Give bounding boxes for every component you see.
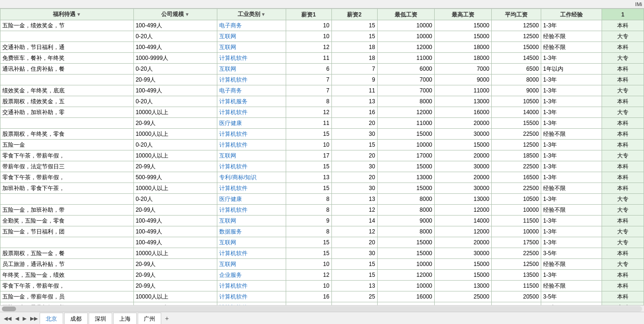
cell-salary1: 8 [286, 96, 331, 107]
tab-bar: ◀◀ ◀ ▶ ▶▶ 北京成都深圳上海广州 + [0, 312, 644, 324]
col-header-minSalary: 最低工资 [377, 9, 434, 20]
cell-salary2: 13 [331, 96, 377, 107]
table-row[interactable]: 五险一金，节日福利，团100-499人数据服务81280001200010000… [0, 226, 644, 237]
col-header-extra: 1 [602, 9, 644, 20]
cell-minSalary: 7000 [377, 75, 434, 85]
cell-maxSalary: 19000 [434, 302, 491, 306]
table-row[interactable]: 五险一金，带薪年假，员10000人以上计算机软件1625160002500020… [0, 291, 644, 302]
tab-add-button[interactable]: + [162, 313, 172, 324]
cell-avgSalary: 8000 [491, 75, 541, 85]
cell-salary1: 15 [286, 302, 331, 306]
cell-salary1: 12 [286, 107, 331, 118]
cell-extra: 本科 [602, 118, 644, 129]
cell-extra: 本科 [602, 183, 644, 194]
cell-salary1: 17 [286, 150, 331, 161]
table-row[interactable]: 五险一金，绩效奖金，节100-499人电子商务10151000015000125… [0, 20, 644, 31]
table-row[interactable]: 加班补助，零食下午茶，10000人以上计算机软件1530150003000022… [0, 183, 644, 194]
table-row[interactable]: 通讯补贴，住房补贴，餐0-20人互联网676000700065001年以内本科 [0, 64, 644, 75]
table-row[interactable]: 免费班车，餐补，年终奖1000-9999人计算机软件11181100018000… [0, 53, 644, 64]
table-row[interactable]: 股票期权，绩效奖金，五0-20人计算机服务813800013000105001-… [0, 96, 644, 107]
table-row[interactable]: 0-20人医疗健康813800013000105001-3年大专 [0, 194, 644, 205]
cell-fuliDaiyu: 股票期权，五险一金，餐 [0, 248, 134, 259]
filter-arrow-fuliDaiyu[interactable]: ▼ [76, 10, 81, 19]
cell-fuliDaiyu: 交通补助，节日福利，通 [0, 42, 134, 53]
cell-fuliDaiyu: 五险一金 [0, 140, 134, 150]
table-row[interactable]: 0-20人互联网1015100001500012500经验不限大专 [0, 31, 644, 42]
table-row[interactable]: 五险一金0-20人计算机软件10151000015000125001-3年本科 [0, 140, 644, 150]
cell-experience: 经验不限 [541, 205, 602, 216]
tab-nav-next[interactable]: ▶ [21, 313, 28, 324]
filter-arrow-companySize[interactable]: ▼ [185, 10, 190, 19]
table-row[interactable]: 100-499人互联网15201500020000175001-3年大专 [0, 237, 644, 248]
cell-minSalary: 8000 [377, 226, 434, 237]
tab-nav-prev[interactable]: ◀ [13, 313, 21, 324]
table-row[interactable]: 全勤奖，五险一金，零食100-499人互联网914900014000115001… [0, 216, 644, 226]
tab-广州[interactable]: 广州 [138, 313, 161, 324]
cell-maxSalary: 12000 [434, 205, 491, 216]
table-row[interactable]: 绩效奖金，年终奖，底底100-499人电子商务71170001100090001… [0, 85, 644, 96]
cell-minSalary: 10000 [377, 281, 434, 291]
cell-salary2: 15 [331, 31, 377, 42]
cell-experience: 1-3年 [541, 172, 602, 183]
table-row[interactable]: 带薪年假，法定节假日三20-99人计算机软件153015000300002250… [0, 161, 644, 172]
cell-extra: 本科 [602, 248, 644, 259]
cell-minSalary: 8000 [377, 194, 434, 205]
table-row[interactable]: 员工旅游，通讯补贴，节20-99人互联网1015100001500012500经… [0, 259, 644, 270]
cell-salary2: 18 [331, 53, 377, 64]
tab-深圳[interactable]: 深圳 [89, 313, 112, 324]
table-row[interactable]: 零食下午茶，带薪年假，500-999人专利/商标/知识1320130002000… [0, 172, 644, 183]
cell-companySize: 100-499人 [133, 85, 217, 96]
table-row[interactable]: 20-99人计算机软件797000900080001-3年本科 [0, 75, 644, 85]
table-row[interactable]: 股票期权，年终奖，零食10000人以上计算机软件1530150003000022… [0, 129, 644, 140]
cell-minSalary: 11000 [377, 118, 434, 129]
table-row[interactable]: 20-99人医疗健康11201100020000155001-3年本科 [0, 118, 644, 129]
tab-上海[interactable]: 上海 [113, 313, 137, 324]
cell-extra: 大专 [602, 150, 644, 161]
cell-experience: 1-3年 [541, 216, 602, 226]
table-row[interactable]: 年终奖，五险一金，绩效20-99人企业服务1215120001500013500… [0, 270, 644, 281]
filter-arrow-industry[interactable]: ▼ [261, 10, 266, 19]
cell-experience: 1-3年 [541, 194, 602, 205]
cell-industry: 专利/商标/知识 [217, 172, 286, 183]
cell-fuliDaiyu: 五险一金，带薪年假，员 [0, 291, 134, 302]
scrollbar-area[interactable] [0, 305, 644, 312]
table-wrapper: 福利待遇▼公司规模▼工业类别▼薪资1薪资2最低工资最高工资平均工资工作经验1 五… [0, 8, 644, 305]
cell-salary1: 10 [286, 31, 331, 42]
table-row[interactable]: 五险一金，带薪年假，餐1000-9999人计算机软件15191500019000… [0, 302, 644, 306]
table-row[interactable]: 交通补助，加班补助，零10000人以上计算机软件1216120001600014… [0, 107, 644, 118]
cell-salary1: 15 [286, 248, 331, 259]
cell-fuliDaiyu: 五险一金，加班补助，带 [0, 205, 134, 216]
table-row[interactable]: 零食下午茶，带薪年假，20-99人计算机软件101310000130001150… [0, 281, 644, 291]
table-body: 五险一金，绩效奖金，节100-499人电子商务10151000015000125… [0, 20, 644, 306]
cell-avgSalary: 10500 [491, 194, 541, 205]
cell-salary2: 9 [331, 75, 377, 85]
cell-salary2: 12 [331, 205, 377, 216]
table-row[interactable]: 股票期权，五险一金，餐10000人以上计算机软件1530150003000022… [0, 248, 644, 259]
tab-nav-first[interactable]: ◀◀ [2, 313, 13, 324]
tab-北京[interactable]: 北京 [40, 313, 63, 324]
cell-industry: 计算机软件 [217, 281, 286, 291]
col-header-fuliDaiyu[interactable]: 福利待遇▼ [0, 9, 134, 20]
cell-companySize: 100-499人 [133, 226, 217, 237]
cell-salary2: 12 [331, 226, 377, 237]
cell-avgSalary: 9000 [491, 85, 541, 96]
cell-industry: 计算机软件 [217, 75, 286, 85]
tab-nav-last[interactable]: ▶▶ [28, 313, 40, 324]
cell-salary2: 15 [331, 20, 377, 31]
horizontal-scrollbar[interactable] [2, 306, 642, 312]
table-row[interactable]: 交通补助，节日福利，通100-499人互联网121812000180001500… [0, 42, 644, 53]
cell-extra: 本科 [602, 291, 644, 302]
cell-maxSalary: 20000 [434, 118, 491, 129]
cell-avgSalary: 12500 [491, 31, 541, 42]
tab-成都[interactable]: 成都 [64, 313, 88, 324]
cell-avgSalary: 22500 [491, 248, 541, 259]
cell-industry: 互联网 [217, 216, 286, 226]
cell-experience: 3-5年 [541, 291, 602, 302]
col-header-companySize[interactable]: 公司规模▼ [133, 9, 217, 20]
table-row[interactable]: 零食下午茶，带薪年假，10000人以上互联网172017000200001850… [0, 150, 644, 161]
cell-minSalary: 8000 [377, 205, 434, 216]
cell-industry: 电子商务 [217, 20, 286, 31]
col-header-industry[interactable]: 工业类别▼ [217, 9, 286, 20]
scrollbar-thumb[interactable] [2, 307, 16, 311]
table-row[interactable]: 五险一金，加班补助，带20-99人计算机软件81280001200010000经… [0, 205, 644, 216]
